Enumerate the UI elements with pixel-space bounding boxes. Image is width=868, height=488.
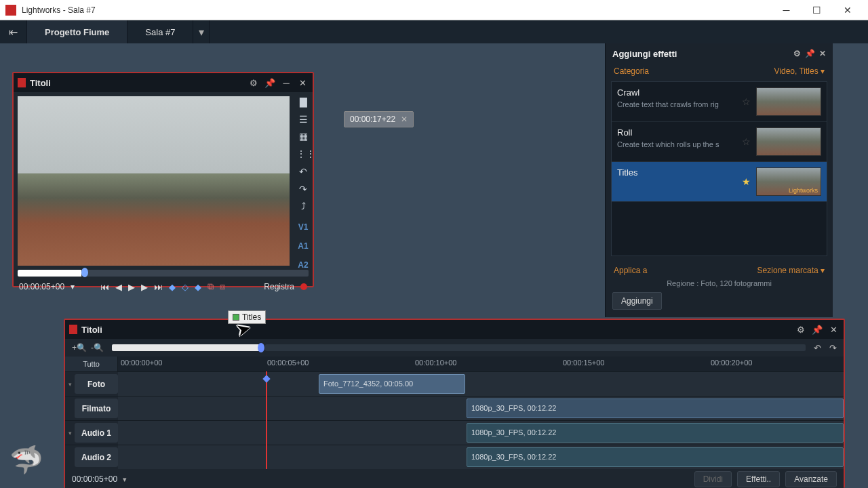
effect-item-roll[interactable]: RollCreate text which rolls up the s ☆ — [612, 122, 827, 162]
ruler-ticks[interactable]: 00:00:00+00 00:00:05+00 00:00:10+00 00:0… — [118, 357, 844, 371]
zoom-handle[interactable] — [258, 343, 264, 352]
timeline-timecode: 00:00:05+00 — [72, 474, 117, 484]
undo-icon[interactable]: ↶ — [814, 343, 821, 353]
undo-icon[interactable]: ↶ — [296, 166, 310, 178]
list-icon[interactable]: ☰ — [296, 114, 310, 126]
close-button[interactable]: ✕ — [832, 0, 863, 20]
minimize-button[interactable]: ─ — [771, 0, 802, 20]
play-button[interactable]: ▶ — [128, 282, 135, 292]
effects-category-row[interactable]: Categoria Video, Titles ▾ — [606, 64, 833, 81]
effects-button[interactable]: Effetti.. — [737, 471, 780, 487]
back-button[interactable]: ⇤ — [0, 20, 27, 43]
pin-icon[interactable]: 📌 — [811, 325, 823, 335]
chevron-down-icon[interactable]: ▾ — [65, 372, 75, 396]
panel-close-icon[interactable]: ✕ — [827, 325, 840, 335]
record-label[interactable]: Registra — [264, 282, 294, 291]
track-a2[interactable]: A2 — [298, 260, 308, 270]
pin-icon[interactable]: 📌 — [805, 49, 815, 58]
viewer-header[interactable]: Titoli ⚙ 📌 ─ ✕ — [14, 73, 313, 92]
clip-audio[interactable]: 1080p_30_FPS, 00:12.22 — [467, 423, 844, 443]
track-label[interactable]: Audio 1 — [75, 423, 118, 443]
mark-in-button[interactable]: ◆ — [169, 282, 176, 292]
flag-icon — [69, 325, 77, 334]
effect-item-crawl[interactable]: CrawlCreate text that crawls from rig ☆ — [612, 82, 827, 122]
redo-icon[interactable]: ↷ — [829, 343, 837, 353]
panel-minimize-icon[interactable]: ─ — [280, 78, 292, 88]
viewer-preview[interactable] — [18, 96, 290, 266]
effect-item-titles[interactable]: Titles ★ — [612, 162, 827, 202]
maximize-button[interactable]: ☐ — [802, 0, 832, 20]
window-titlebar: Lightworks - Sala #7 ─ ☐ ✕ — [0, 0, 868, 20]
timeline-header[interactable]: Titoli ⚙ 📌 ✕ — [65, 320, 844, 339]
clip-video[interactable]: 1080p_30_FPS, 00:12.22 — [467, 399, 844, 418]
drag-tooltip-label: Titles — [242, 312, 261, 322]
apply-row[interactable]: Applica a Sezione marcata ▾ — [606, 256, 833, 275]
viewer-timecode: 00:00:05+00 — [19, 282, 64, 291]
goto-end-button[interactable]: ⏭ — [154, 282, 163, 292]
advanced-button[interactable]: Avanzate — [785, 471, 837, 487]
viewer-scrubber[interactable] — [18, 270, 309, 277]
timeline-tracks: ▾ Foto Foto_7712_4352, 00:05.00 Filmato … — [65, 371, 844, 469]
mark-clear-button[interactable]: ◇ — [182, 282, 189, 292]
star-icon[interactable]: ☆ — [742, 96, 751, 107]
remove-button[interactable]: ⧉ — [208, 281, 214, 292]
zoom-out-button[interactable]: -🔍 — [91, 343, 104, 352]
track-label[interactable]: Filmato — [75, 399, 118, 418]
track-label[interactable]: Audio 2 — [75, 447, 118, 467]
room-tab[interactable]: Sala #7 — [127, 20, 193, 43]
clip-foto[interactable]: Foto_7712_4352, 00:05.00 — [319, 374, 465, 394]
zoom-range-bar[interactable] — [112, 344, 261, 351]
add-effect-button[interactable]: Aggiungi — [612, 292, 662, 310]
flag-icon — [18, 78, 26, 87]
tab-dropdown[interactable]: ▾ — [193, 20, 210, 43]
category-label: Categoria — [614, 66, 649, 76]
track-v1[interactable]: V1 — [298, 222, 309, 232]
viewer-transport: 00:00:05+00 ▾ ⏮ ◀ ▶ ▶ ⏭ ◆ ◇ ◆ ⧉ ⧈ Regist… — [14, 277, 313, 297]
effects-header[interactable]: Aggiungi effetti ⚙ 📌 ✕ — [606, 43, 833, 64]
split-button[interactable]: Dividi — [694, 471, 732, 487]
effect-thumb — [756, 87, 821, 116]
star-icon[interactable]: ★ — [742, 176, 751, 187]
gear-icon[interactable]: ⚙ — [795, 325, 807, 335]
gear-icon[interactable]: ⚙ — [793, 49, 801, 58]
star-icon[interactable]: ☆ — [742, 136, 751, 147]
panel-close-icon[interactable]: ✕ — [296, 78, 309, 88]
track-lane[interactable]: 1080p_30_FPS, 00:12.22 — [118, 445, 844, 469]
chevron-down-icon[interactable]: ▾ — [65, 421, 75, 445]
timeline-playhead[interactable] — [266, 371, 267, 469]
timeline-ruler[interactable]: Tutto 00:00:00+00 00:00:05+00 00:00:10+0… — [65, 357, 844, 371]
track-a1[interactable]: A1 — [298, 241, 308, 251]
export-icon[interactable]: ⤴ — [296, 201, 310, 213]
track-lane[interactable]: Foto_7712_4352, 00:05.00 — [118, 372, 844, 396]
chevron-down-icon[interactable]: ▾ — [71, 282, 75, 291]
redo-icon[interactable]: ↷ — [296, 184, 310, 196]
timecode-chip-close[interactable]: ✕ — [401, 115, 408, 124]
project-tab[interactable]: Progetto Fiume — [27, 20, 127, 43]
folder-icon[interactable]: ▇ — [296, 96, 310, 108]
record-dot-icon[interactable] — [300, 283, 307, 290]
delete-button[interactable]: ⧈ — [220, 281, 225, 292]
panel-close-icon[interactable]: ✕ — [819, 49, 826, 58]
metadata-icon[interactable]: ⋮⋮ — [296, 148, 310, 161]
goto-start-button[interactable]: ⏮ — [100, 282, 109, 292]
gear-icon[interactable]: ⚙ — [248, 78, 260, 88]
effects-list: CrawlCreate text that crawls from rig ☆ … — [611, 81, 827, 256]
tiles-icon[interactable]: ▦ — [296, 131, 310, 143]
mark-out-button[interactable]: ◆ — [195, 282, 201, 292]
region-info: Regione : Foto, 120 fotogrammi — [606, 275, 833, 294]
shark-logo-icon: 🦈 — [9, 444, 43, 476]
viewer-title: Titoli — [30, 78, 243, 88]
zoom-in-button[interactable]: +🔍 — [72, 343, 87, 352]
chevron-down-icon[interactable]: ▾ — [123, 475, 127, 484]
track-lane[interactable]: 1080p_30_FPS, 00:12.22 — [118, 396, 844, 420]
ruler-label[interactable]: Tutto — [65, 357, 118, 371]
clip-audio[interactable]: 1080p_30_FPS, 00:12.22 — [467, 447, 844, 467]
track-lane[interactable]: 1080p_30_FPS, 00:12.22 — [118, 421, 844, 445]
viewer-playhead[interactable] — [81, 268, 88, 277]
step-fwd-button[interactable]: ▶ — [141, 282, 148, 292]
pin-icon[interactable]: 📌 — [264, 78, 276, 88]
track-label[interactable]: Foto — [75, 374, 118, 394]
step-back-button[interactable]: ◀ — [115, 282, 122, 292]
app-workspace: ⇤ Progetto Fiume Sala #7 ▾ 00:00:17+22 ✕… — [0, 20, 868, 488]
zoom-track[interactable] — [265, 344, 806, 351]
